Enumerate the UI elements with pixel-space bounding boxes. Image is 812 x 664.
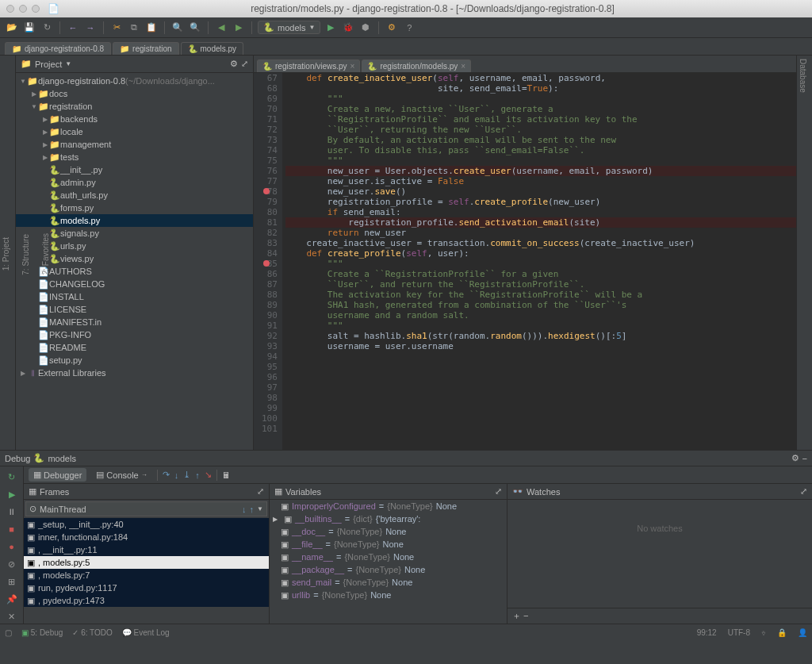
settings-icon[interactable]: ⚙ <box>385 21 399 35</box>
zoom-icon[interactable] <box>32 5 40 13</box>
copy-icon[interactable]: ⧉ <box>127 21 141 35</box>
redo-icon[interactable]: → <box>83 21 98 35</box>
force-step-into-icon[interactable]: ⤓ <box>183 470 190 480</box>
chevron-down-icon[interactable]: ▼ <box>257 505 263 512</box>
hide-icon[interactable]: ⤢ <box>495 486 502 497</box>
help-icon[interactable]: ? <box>402 21 416 35</box>
tree-node[interactable]: ▶📁docs <box>16 87 253 100</box>
coverage-icon[interactable]: ⬢ <box>358 21 373 35</box>
next-frame-icon[interactable]: ↑ <box>250 505 255 514</box>
rerun-icon[interactable]: ↻ <box>5 470 19 484</box>
hide-icon[interactable]: ⤢ <box>257 486 264 497</box>
tree-node[interactable]: 📄setup.py <box>16 354 253 367</box>
variable-row[interactable]: ▣send_mail = {NoneType} None <box>270 576 507 589</box>
layout-icon[interactable]: ⊞ <box>5 574 19 589</box>
remove-watch-icon[interactable]: − <box>523 611 528 620</box>
variable-row[interactable]: ▣__doc__ = {NoneType} None <box>270 525 507 538</box>
close-icon[interactable] <box>6 5 14 13</box>
nav-tab-2[interactable]: 🐍models.py <box>181 42 244 55</box>
frame-row[interactable]: ▣inner, functional.py:184 <box>24 531 269 543</box>
chevron-down-icon[interactable]: ▼ <box>65 60 71 67</box>
pin-icon[interactable]: 📌 <box>5 592 19 606</box>
variables-list[interactable]: ▣ImproperlyConfigured = {NoneType} None▶… <box>270 500 507 624</box>
pause-icon[interactable]: ⏸ <box>5 505 19 519</box>
variable-row[interactable]: ▣__file__ = {NoneType} None <box>270 538 507 551</box>
frame-row[interactable]: ▣run, pydevd.py:1117 <box>24 581 269 594</box>
status-todo[interactable]: ✓ 6: TODO <box>72 628 112 637</box>
evaluate-icon[interactable]: 🖩 <box>222 470 231 480</box>
find-icon[interactable]: 🔍 <box>170 21 185 35</box>
database-tool-tab[interactable]: Database <box>797 56 809 96</box>
console-tab[interactable]: ▤Console → <box>91 468 151 482</box>
gutter[interactable]: 6768697071727374757677787980818283848586… <box>254 73 282 450</box>
sync-icon[interactable]: ↻ <box>40 21 54 35</box>
step-into-icon[interactable]: ↓ <box>174 470 179 480</box>
tree-node[interactable]: ▶📁backends <box>16 113 253 125</box>
tree-node[interactable]: 🐍auth_urls.py <box>16 189 253 202</box>
run-to-cursor-icon[interactable]: ↘ <box>205 470 212 480</box>
open-icon[interactable]: 📂 <box>5 21 19 35</box>
tree-node[interactable]: 🐍models.py <box>16 214 253 227</box>
tree-node[interactable]: 📄PKG-INFO <box>16 328 253 341</box>
frame-row[interactable]: ▣, __init__.py:11 <box>24 543 269 556</box>
frame-row[interactable]: ▣, models.py:7 <box>24 569 269 581</box>
tree-node[interactable]: 🐍__init__.py <box>16 163 253 176</box>
tree-node[interactable]: 📄README <box>16 341 253 354</box>
toggle-tools-icon[interactable]: ▢ <box>5 628 12 637</box>
favorites-tool-tab[interactable]: 2: Favorites <box>40 230 52 278</box>
tree-node[interactable]: ▶📁management <box>16 138 253 151</box>
minimize-icon[interactable]: − <box>802 454 807 463</box>
forward-icon[interactable]: ▶ <box>232 21 246 35</box>
close-tab-icon[interactable]: × <box>461 62 465 71</box>
mute-breakpoints-icon[interactable]: ⊘ <box>5 557 19 571</box>
editor-tab[interactable]: 🐍registration/models.py× <box>362 59 471 72</box>
collapse-icon[interactable]: ⤢ <box>241 59 248 69</box>
run-icon[interactable]: ▶ <box>324 21 338 35</box>
debugger-tab[interactable]: ▦Debugger <box>29 468 86 482</box>
step-over-icon[interactable]: ↷ <box>163 470 170 480</box>
add-watch-icon[interactable]: ＋ <box>512 611 521 620</box>
cut-icon[interactable]: ✂ <box>109 21 124 35</box>
code-area[interactable]: 6768697071727374757677787980818283848586… <box>254 73 796 450</box>
tree-node[interactable]: ▶⫴External Libraries <box>16 367 253 379</box>
status-eventlog[interactable]: 💬 Event Log <box>122 628 170 637</box>
save-icon[interactable]: 💾 <box>22 21 36 35</box>
tree-node[interactable]: ▼📁registration <box>16 100 253 113</box>
nav-tab-1[interactable]: 📁registration <box>113 42 178 55</box>
stop-icon[interactable]: ■ <box>5 522 19 536</box>
step-out-icon[interactable]: ↑ <box>195 470 200 480</box>
status-debug[interactable]: ▣ 5: Debug <box>21 628 63 637</box>
insert-mode-icon[interactable]: ⎀ <box>761 628 766 637</box>
variable-row[interactable]: ▣urllib = {NoneType} None <box>270 589 507 601</box>
variable-row[interactable]: ▣__package__ = {NoneType} None <box>270 563 507 576</box>
editor-tab[interactable]: 🐍registration/views.py× <box>257 59 360 72</box>
view-breakpoints-icon[interactable]: ● <box>5 539 19 554</box>
close-tab-icon[interactable]: × <box>350 62 355 71</box>
gear-icon[interactable]: ⚙ <box>230 59 238 69</box>
debug-icon[interactable]: 🐞 <box>341 21 355 35</box>
paste-icon[interactable]: 📋 <box>144 21 159 35</box>
prev-frame-icon[interactable]: ↓ <box>242 505 247 514</box>
undo-icon[interactable]: ← <box>66 21 80 35</box>
code-text[interactable]: def create_inactive_user(self, username,… <box>282 73 796 450</box>
frame-row[interactable]: ▣_setup, __init__.py:40 <box>24 518 269 531</box>
lock-icon[interactable]: 🔒 <box>777 628 787 637</box>
frame-row[interactable]: ▣, pydevd.py:1473 <box>24 594 269 607</box>
hector-icon[interactable]: 👤 <box>798 628 807 637</box>
nav-tab-0[interactable]: 📁django-registration-0.8 <box>5 42 111 55</box>
tree-node[interactable]: ▼📁django-registration-0.8 (~/Downloads/d… <box>16 75 253 87</box>
frame-row[interactable]: ▣, models.py:5 <box>24 556 269 569</box>
tree-node[interactable]: ▶📁tests <box>16 151 253 163</box>
variable-row[interactable]: ▣ImproperlyConfigured = {NoneType} None <box>270 500 507 512</box>
tree-node[interactable]: 🐍admin.py <box>16 176 253 189</box>
tree-node[interactable]: ▶📁locale <box>16 125 253 138</box>
tree-node[interactable]: 📄INSTALL <box>16 290 253 303</box>
variable-row[interactable]: ▣__name__ = {NoneType} None <box>270 551 507 563</box>
back-icon[interactable]: ◀ <box>214 21 228 35</box>
close-icon[interactable]: ✕ <box>5 609 19 624</box>
thread-selector[interactable]: ⊙ MainThread ↓ ↑ ▼ <box>25 501 267 516</box>
tree-node[interactable]: 📄CHANGELOG <box>16 278 253 290</box>
hide-icon[interactable]: ⤢ <box>800 486 807 497</box>
tree-node[interactable]: 🐍forms.py <box>16 202 253 214</box>
frames-list[interactable]: ▣_setup, __init__.py:40▣inner, functiona… <box>24 518 269 624</box>
